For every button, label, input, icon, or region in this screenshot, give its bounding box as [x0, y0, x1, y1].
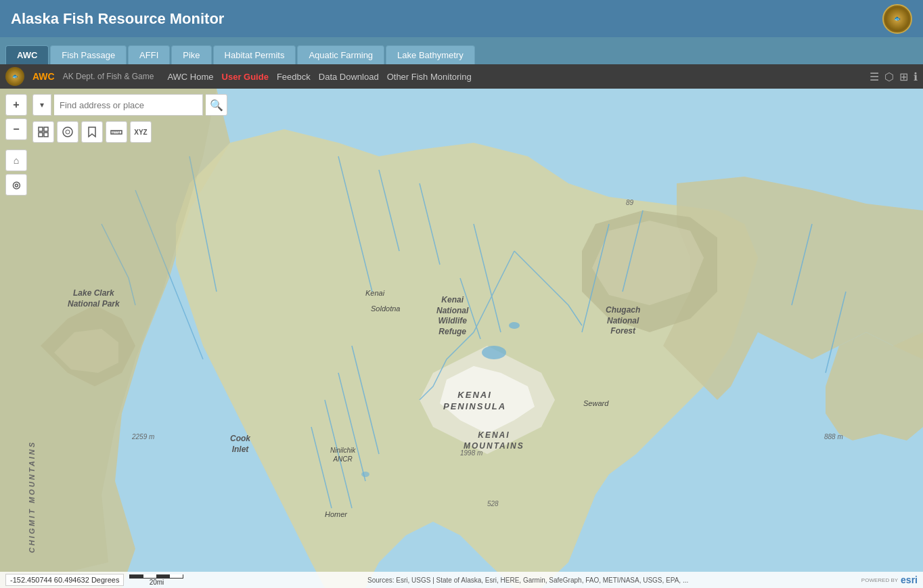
- select-tool-button[interactable]: [32, 121, 54, 143]
- sub-nav-brand: AWC: [32, 71, 55, 82]
- tab-bar: AWC Fish Passage AFFI Pike Habitat Permi…: [0, 37, 923, 64]
- scale-line: 20mi: [129, 574, 183, 586]
- tab-lake-bathymetry[interactable]: Lake Bathymetry: [386, 45, 475, 64]
- svg-point-2: [509, 322, 520, 329]
- tab-awc[interactable]: AWC: [5, 45, 49, 64]
- list-icon[interactable]: ☰: [870, 70, 879, 83]
- sub-nav-data-download[interactable]: Data Download: [319, 72, 379, 82]
- home-button[interactable]: ⌂: [5, 150, 27, 171]
- zoom-out-button[interactable]: −: [5, 118, 27, 140]
- app-header: Alaska Fish Resource Monitor 🐟: [0, 0, 923, 37]
- svg-rect-10: [111, 131, 122, 134]
- attribution: Sources: Esri, USGS | State of Alaska, E…: [194, 576, 861, 584]
- sub-nav-icons: ☰ ⬡ ⊞ ℹ: [870, 70, 918, 83]
- agency-logo: 🐟: [882, 4, 912, 34]
- map-svg: [0, 89, 923, 588]
- sub-nav-awc-home[interactable]: AWC Home: [167, 72, 213, 82]
- scale-label: 20mi: [150, 579, 164, 586]
- tab-habitat-permits[interactable]: Habitat Permits: [213, 45, 296, 64]
- svg-point-3: [361, 472, 369, 477]
- measure-button[interactable]: [106, 121, 127, 143]
- zoom-in-button[interactable]: +: [5, 94, 27, 116]
- sub-nav-logo: 🐟: [5, 67, 24, 86]
- svg-rect-4: [39, 127, 43, 131]
- esri-brand: esri: [901, 574, 918, 585]
- tab-fish-passage[interactable]: Fish Passage: [50, 45, 127, 64]
- svg-rect-6: [39, 133, 43, 137]
- bottom-bar: -152.450744 60.494632 Degrees 20mi Sourc…: [0, 572, 923, 588]
- sub-nav-feedback[interactable]: Feedbck: [277, 72, 311, 82]
- powered-by-label: POWERED BY: [861, 577, 898, 583]
- left-controls: ⌂ ◎: [5, 150, 27, 196]
- sub-nav-dept: AK Dept. of Fish & Game: [63, 72, 154, 81]
- esri-logo: POWERED BY esri: [861, 574, 918, 585]
- map-container[interactable]: + − ▾ 🔍 XYZ ⌂ ◎ Lake ClarkNational Park …: [0, 89, 923, 588]
- sub-nav-user-guide[interactable]: User Guide: [222, 72, 269, 82]
- bookmark-button[interactable]: [81, 121, 103, 143]
- search-button[interactable]: 🔍: [206, 94, 227, 116]
- search-bar: ▾ 🔍: [32, 94, 227, 116]
- tab-aquatic-farming[interactable]: Aquatic Farming: [297, 45, 384, 64]
- toolbar-row: XYZ: [32, 121, 152, 143]
- tab-affi[interactable]: AFFI: [128, 45, 170, 64]
- svg-point-1: [482, 346, 506, 359]
- layers-icon[interactable]: ⬡: [884, 70, 894, 83]
- map-controls: + −: [5, 94, 27, 140]
- sub-nav-other-fish[interactable]: Other Fish Monitoring: [387, 72, 472, 82]
- app-title: Alaska Fish Resource Monitor: [11, 10, 872, 28]
- scale-bar: 20mi: [129, 574, 183, 586]
- svg-rect-7: [44, 133, 48, 137]
- coordinates-display: -152.450744 60.494632 Degrees: [5, 574, 124, 586]
- coordinates-button[interactable]: XYZ: [130, 121, 152, 143]
- grid-icon[interactable]: ⊞: [899, 70, 908, 83]
- logo-inner: 🐟: [885, 7, 909, 31]
- svg-rect-5: [44, 127, 48, 131]
- svg-point-9: [66, 130, 70, 134]
- search-input[interactable]: [54, 94, 203, 116]
- search-dropdown-button[interactable]: ▾: [32, 94, 51, 116]
- location-button[interactable]: ◎: [5, 174, 27, 196]
- svg-point-8: [63, 127, 72, 137]
- info-icon[interactable]: ℹ: [914, 70, 918, 83]
- tab-pike[interactable]: Pike: [171, 45, 211, 64]
- sub-nav: 🐟 AWC AK Dept. of Fish & Game AWC Home U…: [0, 64, 923, 89]
- identify-button[interactable]: [57, 121, 78, 143]
